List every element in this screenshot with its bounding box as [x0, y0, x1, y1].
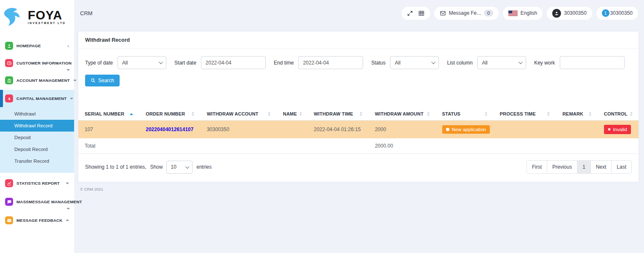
page-size-select[interactable]: 10 — [166, 161, 192, 174]
sort-icon — [630, 112, 633, 116]
chevron-down-icon — [70, 98, 73, 100]
envelope-icon — [440, 10, 446, 16]
sidebar-item-message-feedback[interactable]: MESSAGE FEEDBACK — [0, 212, 74, 229]
user-icon — [5, 42, 13, 50]
sidebar-item-account-management[interactable]: ACCOUNT MANAGEMENT — [0, 72, 74, 89]
sidebar-item-statistics-report[interactable]: STATISTICS REPORT — [0, 175, 74, 192]
sidebar-item-label: CUSTOMER INFORMATION — [16, 61, 72, 65]
key-work-input[interactable] — [560, 56, 625, 69]
next-page-button[interactable]: Next — [591, 160, 612, 174]
mail-icon — [5, 216, 13, 224]
order-number-link[interactable]: 20220404012614107 — [146, 126, 193, 132]
id-card-icon — [5, 59, 13, 67]
filter-end-time: End time — [274, 56, 363, 69]
logo[interactable]: FOYA INVESTMENT LTD — [0, 0, 74, 34]
view-toggle-pill — [401, 7, 430, 20]
page-content: Withdrawl Record Type of date All Start … — [74, 26, 644, 253]
notification-user-label: 30300350 — [610, 10, 633, 16]
sort-icon — [547, 112, 550, 116]
chat-icon — [5, 198, 13, 206]
list-column-select[interactable]: All — [477, 56, 526, 69]
page-size-value: 10 — [171, 164, 176, 170]
sort-asc-icon — [130, 113, 133, 115]
sidebar-item-label: HOMEPAGE — [16, 43, 41, 48]
sidebar: FOYA INVESTMENT LTD HOMEPAGE › CUSTOMER … — [0, 0, 74, 253]
fullscreen-icon[interactable] — [407, 10, 413, 16]
cell-name — [277, 121, 307, 139]
sort-icon — [192, 112, 194, 116]
invalid-button[interactable]: ✖Invalid — [604, 125, 631, 134]
language-label: English — [521, 10, 537, 16]
total-row: Total 2000.00 — [78, 138, 639, 154]
chevron-down-icon — [66, 183, 69, 184]
table-grid-icon[interactable] — [418, 10, 425, 16]
cell-remark — [556, 121, 597, 139]
dollar-icon: $ — [5, 94, 13, 102]
user-pill[interactable]: 30300350 — [547, 7, 592, 20]
chevron-down-icon — [66, 220, 69, 221]
copyright-text: © CRM 2021 — [78, 182, 639, 196]
sidebar-subitem-transfer-record[interactable]: Transfer Record — [0, 155, 74, 167]
column-header-name[interactable]: NAME — [277, 108, 307, 121]
topbar-actions: Message Fe... 0 English 30300350 1 30300… — [401, 7, 638, 20]
chevron-down-icon — [159, 60, 163, 64]
status-dot-icon — [446, 128, 449, 131]
table-row: 107 20220404012614107 30300350 2022-04-0… — [78, 121, 639, 139]
list-column-value: All — [482, 60, 487, 66]
filter-key-work: Key work — [534, 56, 624, 69]
filter-status: Status All — [371, 56, 439, 69]
end-time-input[interactable] — [298, 56, 363, 69]
column-header-serial-number[interactable]: SERIAL NUMBER — [78, 108, 139, 121]
notification-pill[interactable]: 1 30300350 — [596, 7, 638, 20]
user-id-label: 30300350 — [564, 10, 586, 16]
bank-icon — [5, 76, 13, 84]
chevron-right-icon: › — [67, 44, 69, 48]
sidebar-item-massmessage-management[interactable]: MASSMESSAGE MANAGEMENT — [0, 193, 74, 210]
x-icon: ✖ — [608, 128, 611, 132]
search-icon — [91, 78, 96, 83]
column-header-remark[interactable]: REMARK — [556, 108, 597, 121]
sort-icon — [268, 112, 270, 116]
sidebar-item-customer-information[interactable]: CUSTOMER INFORMATION — [0, 54, 74, 72]
start-date-input[interactable] — [201, 56, 266, 69]
column-header-status[interactable]: STATUS — [436, 108, 494, 121]
cell-withdraw-account: 30300350 — [200, 121, 277, 139]
key-work-label: Key work — [534, 60, 555, 66]
sidebar-item-capital-management[interactable]: $ CAPITAL MANAGEMENT — [0, 90, 74, 107]
column-header-withdraw-amount[interactable]: WITHDRAW AMOUNT — [369, 108, 436, 121]
column-header-order-number[interactable]: ORDER NUMBER — [139, 108, 200, 121]
bird-logo-icon — [3, 5, 27, 29]
sidebar-subitem-deposit[interactable]: Deposit — [0, 132, 74, 143]
column-header-withdraw-account[interactable]: WITHDRAW ACCOUNT — [200, 108, 277, 121]
column-header-withdraw-time[interactable]: WITHDRAW TIME — [307, 108, 369, 121]
show-label: Show — [150, 164, 163, 170]
column-header-control[interactable]: CONTROL — [598, 108, 639, 121]
sidebar-subitem-deposit-record[interactable]: Deposit Record — [0, 143, 74, 155]
first-page-button[interactable]: First — [526, 160, 547, 174]
status-select[interactable]: All — [390, 56, 439, 69]
sidebar-subitem-withdrawl-record[interactable]: Withdrawl Record — [0, 120, 74, 132]
previous-page-button[interactable]: Previous — [547, 160, 577, 174]
filter-type-of-date: Type of date All — [85, 56, 166, 69]
app-root: FOYA INVESTMENT LTD HOMEPAGE › CUSTOMER … — [0, 0, 644, 253]
sidebar-subitem-withdrawl[interactable]: Withdrawl — [0, 108, 74, 120]
topbar: CRM Message Fe... 0 English — [74, 0, 644, 26]
message-feedback-pill[interactable]: Message Fe... 0 — [434, 7, 499, 20]
status-badge: New application — [442, 125, 490, 134]
last-page-button[interactable]: Last — [611, 160, 632, 174]
capital-management-section: $ CAPITAL MANAGEMENT Withdrawl Withdrawl… — [0, 90, 74, 173]
sidebar-nav: HOMEPAGE › CUSTOMER INFORMATION ACCOUNT … — [0, 34, 74, 229]
brand-subtitle: INVESTMENT LTD — [28, 22, 66, 24]
sidebar-item-homepage[interactable]: HOMEPAGE › — [0, 37, 74, 54]
page-number-button[interactable]: 1 — [577, 160, 591, 174]
type-of-date-select[interactable]: All — [118, 56, 166, 69]
column-header-process-time[interactable]: PROCESS TIME — [494, 108, 556, 121]
search-button[interactable]: Search — [85, 75, 120, 86]
language-pill[interactable]: English — [503, 7, 542, 20]
message-feedback-label: Message Fe... — [449, 10, 481, 16]
svg-text:$: $ — [8, 97, 10, 100]
brand-name: FOYA — [28, 10, 66, 21]
list-column-label: List column — [447, 60, 473, 66]
sort-icon — [427, 112, 430, 116]
chart-icon — [5, 179, 13, 187]
